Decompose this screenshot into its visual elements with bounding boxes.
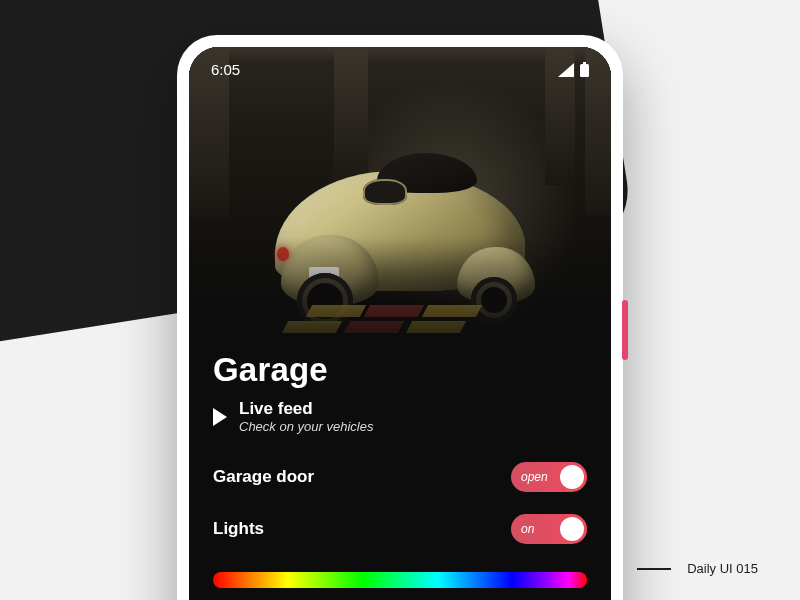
garage-camera-feed	[189, 47, 611, 357]
live-feed-row[interactable]: Live feed Check on your vehicles	[213, 399, 587, 434]
svg-rect-1	[580, 64, 589, 77]
signal-icon	[558, 63, 574, 77]
lights-label: Lights	[213, 519, 264, 539]
lights-toggle[interactable]: on	[511, 514, 587, 544]
garage-door-row: Garage door open	[213, 462, 587, 492]
device-frame: 6:05 Garage Live feed Check on your vehi…	[177, 35, 623, 600]
svg-rect-0	[583, 62, 586, 64]
app-screen: 6:05 Garage Live feed Check on your vehi…	[189, 47, 611, 600]
garage-door-state: open	[521, 470, 548, 484]
play-icon[interactable]	[213, 408, 227, 426]
page-title: Garage	[213, 351, 587, 389]
light-color-slider[interactable]	[213, 572, 587, 588]
live-feed-subtitle: Check on your vehicles	[239, 419, 373, 434]
live-feed-label: Live feed	[239, 399, 373, 419]
garage-door-toggle[interactable]: open	[511, 462, 587, 492]
device-power-button	[622, 300, 628, 360]
lights-row: Lights on	[213, 514, 587, 544]
lights-state: on	[521, 522, 534, 536]
battery-icon	[580, 62, 589, 77]
artwork-caption: Daily UI 015	[637, 561, 758, 576]
status-time: 6:05	[211, 61, 240, 78]
garage-door-label: Garage door	[213, 467, 314, 487]
caption-line	[637, 568, 671, 570]
status-bar: 6:05	[189, 61, 611, 78]
toggle-knob	[560, 465, 584, 489]
toggle-knob	[560, 517, 584, 541]
caption-text: Daily UI 015	[687, 561, 758, 576]
